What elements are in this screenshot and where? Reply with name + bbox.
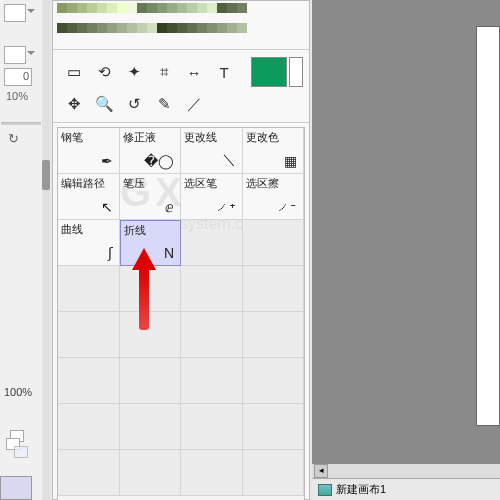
empty-cell	[243, 266, 305, 312]
color-swatch[interactable]	[87, 3, 97, 13]
color-swatch[interactable]	[167, 23, 177, 33]
color-swatch[interactable]	[187, 3, 197, 13]
refresh-icon[interactable]: ↻	[8, 131, 42, 146]
divider	[1, 122, 41, 125]
color-swatch[interactable]	[77, 3, 87, 13]
pressure-icon: ⅇ	[165, 199, 174, 215]
tool-edit-path[interactable]: 编辑路径↖	[58, 174, 120, 220]
color-swatch[interactable]	[147, 3, 157, 13]
polyline-icon: N	[164, 245, 174, 261]
canvas-area: ◂ 新建画布1	[312, 0, 500, 500]
color-swatch[interactable]	[167, 3, 177, 13]
empty-cell	[181, 220, 243, 266]
text-tool-tool[interactable]: T	[209, 59, 239, 85]
document-tab-label[interactable]: 新建画布1	[336, 482, 386, 497]
left-swatch-2[interactable]	[4, 46, 26, 64]
empty-cell	[243, 404, 305, 450]
color-swatch[interactable]	[107, 23, 117, 33]
crop-tool[interactable]: ⌗	[149, 59, 179, 85]
color-swatch[interactable]	[67, 3, 77, 13]
color-swatch[interactable]	[237, 23, 247, 33]
empty-cell	[58, 450, 120, 496]
color-swatch[interactable]	[67, 23, 77, 33]
empty-cell	[243, 220, 305, 266]
color-swatch[interactable]	[177, 3, 187, 13]
empty-cell	[181, 312, 243, 358]
color-swatch[interactable]	[207, 3, 217, 13]
left-input[interactable]: 0	[4, 68, 32, 86]
horizontal-scrollbar[interactable]: ◂	[312, 464, 500, 478]
color-swatch[interactable]	[187, 23, 197, 33]
color-swatch[interactable]	[57, 3, 67, 13]
color-swatch[interactable]	[227, 23, 237, 33]
color-swatch[interactable]	[157, 23, 167, 33]
color-swatch[interactable]	[217, 3, 227, 13]
color-swatch[interactable]	[117, 3, 127, 13]
layers-thumb[interactable]	[4, 430, 38, 470]
empty-cell	[243, 358, 305, 404]
tool-panel: ▭⟲✦⌗↔T ✥🔍↺✎／ 钢笔✒修正液�◯更改线＼更改色▦编辑路径↖笔压ⅇ选区笔…	[52, 0, 310, 500]
color-swatch[interactable]	[127, 3, 137, 13]
color-swatch[interactable]	[157, 3, 167, 13]
magic-wand-tool[interactable]: ✦	[119, 59, 149, 85]
color-swatch[interactable]	[117, 23, 127, 33]
empty-cell	[58, 312, 120, 358]
left-swatch-1[interactable]	[4, 4, 26, 22]
color-swatch[interactable]	[137, 3, 147, 13]
move-tool-tool[interactable]: ↔	[179, 59, 209, 85]
background-color[interactable]	[289, 57, 303, 87]
tool-curve[interactable]: 曲线ʃ	[58, 220, 120, 266]
whiteout-icon: �◯	[144, 153, 174, 169]
brush-tool[interactable]: ／	[179, 91, 209, 117]
left-tab-thumb[interactable]	[0, 476, 32, 500]
tool-select-erase[interactable]: 选区擦⟋⁻	[243, 174, 305, 220]
tool-row-2: ✥🔍↺✎／	[53, 86, 309, 118]
color-swatch[interactable]	[57, 23, 67, 33]
select-erase-icon: ⟋⁻	[276, 199, 297, 215]
tool-label: 更改色	[246, 130, 279, 145]
color-swatch[interactable]	[137, 23, 147, 33]
empty-cell	[58, 404, 120, 450]
empty-cell	[120, 450, 182, 496]
color-swatch[interactable]	[197, 23, 207, 33]
color-swatch[interactable]	[107, 3, 117, 13]
color-swatch[interactable]	[177, 23, 187, 33]
color-swatch[interactable]	[217, 23, 227, 33]
color-swatch[interactable]	[77, 23, 87, 33]
tool-whiteout[interactable]: 修正液�◯	[120, 128, 182, 174]
color-swatch[interactable]	[127, 23, 137, 33]
empty-cell	[243, 450, 305, 496]
color-swatch[interactable]	[227, 3, 237, 13]
tool-grid: 钢笔✒修正液�◯更改线＼更改色▦编辑路径↖笔压ⅇ选区笔⟋⁺选区擦⟋⁻曲线ʃ折线N	[58, 128, 304, 496]
select-rect-tool[interactable]: ▭	[59, 59, 89, 85]
empty-cell	[181, 450, 243, 496]
tool-pen[interactable]: 钢笔✒	[58, 128, 120, 174]
color-swatch[interactable]	[147, 23, 157, 33]
color-swatch[interactable]	[97, 23, 107, 33]
empty-cell	[243, 312, 305, 358]
tool-select-pen[interactable]: 选区笔⟋⁺	[181, 174, 243, 220]
color-swatch[interactable]	[207, 23, 217, 33]
color-swatch[interactable]	[197, 3, 207, 13]
lasso-tool[interactable]: ⟲	[89, 59, 119, 85]
document-tab-bar: 新建画布1	[312, 478, 500, 500]
empty-cell	[120, 358, 182, 404]
rotate-tool[interactable]: ↺	[119, 91, 149, 117]
zoom-tool[interactable]: 🔍	[89, 91, 119, 117]
tool-change-color[interactable]: 更改色▦	[243, 128, 305, 174]
eyedropper-tool[interactable]: ✎	[149, 91, 179, 117]
zoom-100: 100%	[4, 386, 42, 398]
scrollbar-thumb[interactable]	[42, 160, 50, 190]
left-pct-10: 10%	[6, 90, 42, 102]
tool-label: 曲线	[61, 222, 83, 237]
color-swatch[interactable]	[87, 23, 97, 33]
tool-pressure[interactable]: 笔压ⅇ	[120, 174, 182, 220]
scroll-left-button[interactable]: ◂	[314, 464, 328, 478]
color-swatch[interactable]	[237, 3, 247, 13]
tool-polyline[interactable]: 折线N	[120, 220, 182, 266]
tool-change-line[interactable]: 更改线＼	[181, 128, 243, 174]
move-tool[interactable]: ✥	[59, 91, 89, 117]
foreground-color[interactable]	[251, 57, 287, 87]
color-swatch[interactable]	[97, 3, 107, 13]
panel-scrollbar[interactable]	[42, 0, 50, 500]
